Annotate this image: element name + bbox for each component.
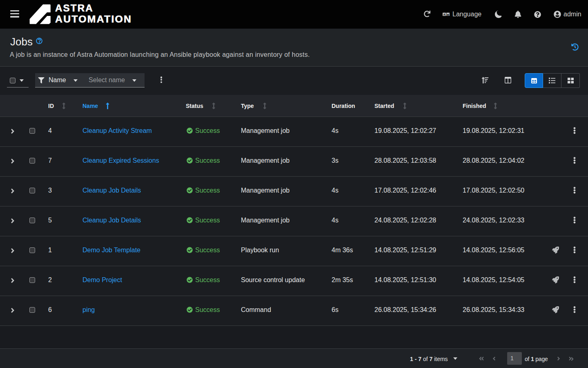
svg-text:A: A: [443, 13, 445, 16]
svg-text:ж: ж: [446, 13, 450, 16]
